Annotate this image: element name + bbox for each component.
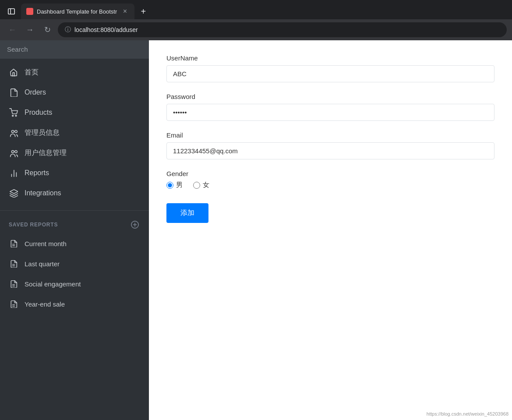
saved-reports-header: SAVED REPORTS <box>0 214 149 233</box>
sidebar-item-reports-label: Reports <box>25 169 49 177</box>
sidebar-item-usermgmt-label: 用户信息管理 <box>25 148 67 158</box>
app-container: 首页 Orders Products 管理员信息 <box>0 40 512 420</box>
sidebar-divider <box>0 210 149 211</box>
submit-button[interactable]: 添加 <box>166 203 208 223</box>
email-input[interactable] <box>166 142 494 159</box>
gender-male-option[interactable]: 男 <box>166 181 183 189</box>
report-item-last-quarter[interactable]: Last quarter <box>0 254 149 274</box>
report-icon-3 <box>9 299 18 309</box>
gender-field-group: Gender 男 女 <box>166 170 494 189</box>
sidebar-item-products-label: Products <box>25 109 52 116</box>
address-bar[interactable]: ⓘ localhost:8080/adduser <box>58 22 507 37</box>
gender-female-option[interactable]: 女 <box>193 181 209 189</box>
watermark: https://blog.csdn.net/weixin_45203968 <box>427 411 508 416</box>
report-item-yearend[interactable]: Year-end sale <box>0 294 149 314</box>
search-bar <box>0 40 149 59</box>
sidebar-item-orders-label: Orders <box>25 88 46 96</box>
sidebar-item-home[interactable]: 首页 <box>0 62 149 82</box>
password-label: Password <box>166 93 494 100</box>
svg-point-3 <box>15 115 17 116</box>
email-field-group: Email <box>166 131 494 159</box>
sidebar-item-orders[interactable]: Orders <box>0 82 149 102</box>
svg-point-2 <box>12 115 14 116</box>
integrations-icon <box>9 188 18 198</box>
report-item-current-month[interactable]: Current month <box>0 233 149 254</box>
sidebar-item-usermgmt[interactable]: 用户信息管理 <box>0 143 149 163</box>
sidebar-nav: 首页 Orders Products 管理员信息 <box>0 59 149 207</box>
email-label: Email <box>166 131 494 139</box>
saved-reports-label: SAVED REPORTS <box>9 222 58 228</box>
report-icon-0 <box>9 239 18 248</box>
tab-title: Dashboard Template for Bootstr <box>37 8 117 15</box>
username-input[interactable] <box>166 65 494 82</box>
add-report-btn[interactable] <box>130 219 140 230</box>
password-input[interactable] <box>166 104 494 121</box>
active-tab[interactable]: Dashboard Template for Bootstr × <box>21 4 134 19</box>
sidebar-item-admin[interactable]: 管理员信息 <box>0 123 149 143</box>
tab-close-btn[interactable]: × <box>120 7 129 16</box>
browser-chrome: Dashboard Template for Bootstr × + ← → ↻… <box>0 0 512 40</box>
report-icon-1 <box>9 259 18 268</box>
report-icon-2 <box>9 279 18 289</box>
gender-options: 男 女 <box>166 181 494 189</box>
password-field-group: Password <box>166 93 494 121</box>
browser-tabs: Dashboard Template for Bootstr × + <box>0 0 512 19</box>
orders-icon <box>9 88 18 97</box>
username-label: UserName <box>166 54 494 62</box>
svg-point-6 <box>11 151 14 153</box>
sidebar: 首页 Orders Products 管理员信息 <box>0 40 149 420</box>
cart-icon <box>9 108 18 117</box>
report-item-social[interactable]: Social engagement <box>0 274 149 294</box>
sidebar-item-reports[interactable]: Reports <box>0 163 149 183</box>
usermgmt-icon <box>9 148 18 158</box>
gender-female-radio[interactable] <box>193 182 200 189</box>
gender-male-radio[interactable] <box>166 182 173 189</box>
report-label-2: Social engagement <box>25 280 81 288</box>
address-text: localhost:8080/adduser <box>74 26 138 33</box>
gender-male-label: 男 <box>176 181 183 189</box>
home-icon <box>9 67 18 77</box>
back-btn[interactable]: ← <box>5 23 19 37</box>
gender-female-label: 女 <box>203 181 209 189</box>
report-label-0: Current month <box>25 240 67 247</box>
svg-marker-11 <box>10 190 18 194</box>
new-tab-btn[interactable]: + <box>136 4 150 18</box>
report-label-3: Year-end sale <box>25 300 65 308</box>
sidebar-item-home-label: 首页 <box>25 68 39 77</box>
svg-point-5 <box>15 131 17 133</box>
sidebar-item-integrations[interactable]: Integrations <box>0 183 149 203</box>
svg-point-4 <box>11 131 14 133</box>
sidebar-item-integrations-label: Integrations <box>25 189 61 197</box>
report-label-1: Last quarter <box>25 260 60 268</box>
sidebar-toggle-btn[interactable] <box>4 4 19 18</box>
reports-icon <box>9 168 18 178</box>
sidebar-item-products[interactable]: Products <box>0 102 149 123</box>
svg-rect-0 <box>8 9 14 14</box>
sidebar-item-admin-label: 管理员信息 <box>25 128 60 138</box>
admin-icon <box>9 128 18 138</box>
browser-toolbar: ← → ↻ ⓘ localhost:8080/adduser <box>0 19 512 40</box>
forward-btn[interactable]: → <box>23 23 37 37</box>
gender-label: Gender <box>166 170 494 177</box>
main-content: UserName Password Email Gender 男 女 <box>149 40 512 420</box>
tab-favicon <box>26 8 33 15</box>
search-input[interactable] <box>7 46 142 53</box>
address-info-icon: ⓘ <box>65 26 71 34</box>
reload-btn[interactable]: ↻ <box>40 23 54 37</box>
username-field-group: UserName <box>166 54 494 82</box>
svg-point-7 <box>15 151 17 153</box>
